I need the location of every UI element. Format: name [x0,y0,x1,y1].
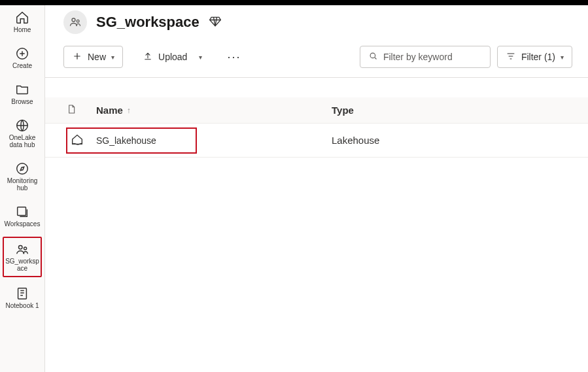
nav-label: OneLake data hub [4,134,41,148]
folder-icon [15,82,29,97]
button-label: New [88,52,106,62]
workspace-avatar [63,10,87,34]
column-label: Name [96,105,123,116]
nav-browse[interactable]: Browse [3,78,42,109]
chevron-down-icon: ▾ [561,54,564,61]
column-type-header[interactable]: Type [332,105,588,116]
nav-label: Workspaces [5,220,41,228]
nav-label: Create [12,62,32,69]
globe-icon [15,118,29,133]
svg-point-5 [24,247,27,250]
new-button[interactable]: New ▾ [63,46,123,68]
upload-icon [143,51,153,63]
people-icon [69,15,82,30]
svg-point-4 [19,246,23,250]
nav-notebook[interactable]: Notebook 1 [3,282,42,313]
more-actions-button[interactable]: ··· [222,50,246,64]
workspace-header: SG_workspace [45,0,588,41]
button-label: Upload [158,52,187,62]
workspaces-icon [15,205,29,219]
compass-icon [15,161,29,176]
column-label: Type [332,105,354,116]
svg-point-7 [72,18,75,22]
app-topbar [0,0,588,5]
chevron-down-icon: ▾ [111,54,114,61]
page-title: SG_workspace [96,14,199,31]
nav-label: Notebook 1 [5,302,39,309]
home-icon [15,10,29,25]
sort-asc-icon: ↑ [127,106,131,115]
nav-create[interactable]: Create [3,42,42,73]
main-area: SG_workspace New ▾ Upload ▾ ··· [45,0,588,372]
notebook-icon [15,286,29,301]
filter-icon [506,51,516,63]
table-header: Name ↑ Type [45,97,588,124]
nav-label: SG_workspace [5,258,39,272]
plus-icon [72,51,82,63]
svg-point-8 [77,20,79,22]
table-row[interactable]: SG_lakehouse Lakehouse [45,124,588,158]
premium-icon[interactable] [209,15,222,30]
search-box[interactable] [360,46,491,68]
search-icon [368,51,378,63]
search-input[interactable] [383,52,482,62]
nav-workspaces[interactable]: Workspaces [3,201,42,231]
item-type: Lakehouse [332,135,588,146]
left-nav: Home Create Browse OneLake data hub Moni [0,0,45,372]
nav-label: Home [14,26,31,33]
lakehouse-icon [70,132,84,148]
upload-button[interactable]: Upload ▾ [135,46,210,68]
workspace-toolbar: New ▾ Upload ▾ ··· [45,41,588,78]
nav-current-workspace[interactable]: SG_workspace [3,237,42,277]
column-icon-header[interactable] [66,104,96,116]
nav-label: Monitoring hub [4,177,41,192]
plus-circle-icon [15,46,29,61]
highlighted-annotation: SG_lakehouse [66,127,197,154]
filter-button[interactable]: Filter (1) ▾ [497,46,572,68]
button-label: Filter (1) [521,52,555,62]
svg-rect-6 [18,288,27,299]
nav-monitoring[interactable]: Monitoring hub [3,158,42,195]
item-name: SG_lakehouse [96,135,156,146]
document-icon [66,104,77,116]
nav-onelake[interactable]: OneLake data hub [3,114,42,152]
people-icon [15,242,29,256]
svg-point-9 [370,53,375,58]
nav-label: Browse [11,98,33,105]
items-table: Name ↑ Type SG_lakehouse Lakehouse [45,78,588,158]
nav-home[interactable]: Home [3,7,42,37]
chevron-down-icon: ▾ [199,54,202,61]
svg-point-2 [17,163,28,175]
column-name-header[interactable]: Name ↑ [96,105,332,116]
svg-rect-3 [18,207,26,216]
